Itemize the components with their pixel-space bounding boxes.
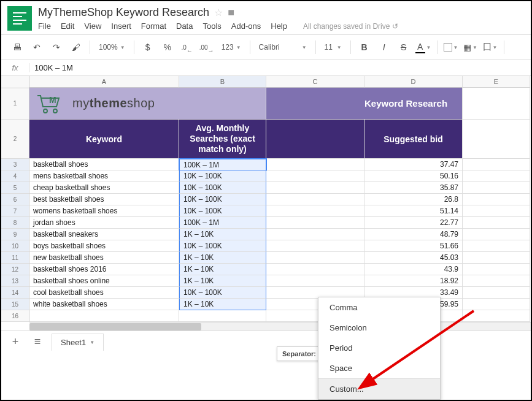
brand-cell[interactable]: M mythemeshop — [29, 88, 179, 120]
row-header[interactable]: 4 — [1, 170, 29, 182]
empty-cell[interactable] — [463, 182, 530, 194]
currency-icon[interactable]: $ — [139, 39, 156, 56]
empty-cell[interactable] — [266, 194, 364, 205]
row-header[interactable]: 15 — [1, 299, 29, 310]
empty-cell[interactable] — [463, 194, 530, 205]
cell-bid[interactable]: 37.47 — [364, 159, 463, 170]
italic-icon[interactable]: I — [376, 39, 393, 56]
empty-cell[interactable] — [463, 310, 530, 322]
cell-bid[interactable]: 48.79 — [364, 229, 463, 240]
strikethrough-icon[interactable]: S — [395, 39, 412, 56]
row-header[interactable]: 2 — [1, 120, 29, 159]
empty-cell[interactable] — [463, 170, 530, 182]
header-keyword[interactable]: Keyword — [29, 120, 179, 159]
cell-searches[interactable]: 100K – 1M — [179, 217, 266, 229]
empty-cell[interactable] — [463, 252, 530, 264]
row-header[interactable]: 10 — [1, 240, 29, 252]
col-header-a[interactable]: A — [29, 76, 179, 88]
empty-cell[interactable] — [463, 264, 530, 275]
row-header[interactable]: 8 — [1, 217, 29, 229]
empty-cell[interactable] — [463, 88, 530, 120]
menu-insert[interactable]: Insert — [111, 21, 131, 31]
cell-bid[interactable]: 51.14 — [364, 205, 463, 217]
decrease-decimal-icon[interactable]: .0← — [179, 39, 196, 56]
row-header[interactable]: 16 — [1, 310, 29, 322]
cell-keyword[interactable]: boys basketball shoes — [29, 240, 179, 252]
empty-cell[interactable] — [266, 264, 364, 275]
cell-bid[interactable]: 18.92 — [364, 275, 463, 287]
cell-keyword[interactable]: womens basketball shoes — [29, 205, 179, 217]
cell-searches[interactable]: 1K – 10K — [179, 299, 266, 310]
cell-bid[interactable]: 26.8 — [364, 194, 463, 205]
cell-keyword[interactable]: mens basketball shoes — [29, 170, 179, 182]
cell-searches[interactable]: 1K – 10K — [179, 229, 266, 240]
research-header[interactable]: Keyword Research — [364, 88, 463, 120]
row-header[interactable]: 11 — [1, 252, 29, 264]
cell-keyword[interactable]: cool basketball shoes — [29, 287, 179, 299]
row-header[interactable]: 14 — [1, 287, 29, 299]
cell-keyword[interactable]: basketball shoes — [29, 159, 179, 170]
menu-edit[interactable]: Edit — [61, 21, 74, 31]
empty-cell[interactable] — [266, 229, 364, 240]
empty-cell[interactable] — [266, 205, 364, 217]
empty-cell[interactable] — [29, 310, 179, 322]
col-header-b[interactable]: B — [179, 76, 266, 88]
col-header-c[interactable]: C — [266, 76, 364, 88]
empty-cell[interactable] — [266, 170, 364, 182]
cell-searches[interactable]: 1K – 10K — [179, 264, 266, 275]
research-header[interactable] — [266, 88, 364, 120]
menu-format[interactable]: Format — [141, 21, 166, 31]
empty-cell[interactable] — [463, 229, 530, 240]
folder-icon[interactable]: ■ — [228, 6, 234, 19]
row-header[interactable]: 1 — [1, 88, 29, 120]
cell-searches[interactable]: 10K – 100K — [179, 182, 266, 194]
redo-icon[interactable]: ↷ — [48, 39, 65, 56]
empty-cell[interactable] — [266, 252, 364, 264]
row-header[interactable]: 5 — [1, 182, 29, 194]
menu-data[interactable]: Data — [176, 21, 193, 31]
menu-file[interactable]: File — [38, 21, 51, 31]
horizontal-scrollbar[interactable] — [29, 322, 531, 330]
empty-cell[interactable] — [463, 299, 530, 310]
all-sheets-icon[interactable]: ≡ — [29, 334, 45, 350]
increase-decimal-icon[interactable]: .00→ — [198, 39, 215, 56]
formula-input[interactable]: 100K – 1M — [29, 63, 73, 72]
cell-searches[interactable]: 10K – 100K — [179, 205, 266, 217]
popup-item-custom[interactable]: Custom... — [318, 379, 440, 399]
row-header[interactable]: 3 — [1, 159, 29, 170]
cell-keyword[interactable]: new basketball shoes — [29, 252, 179, 264]
empty-cell[interactable] — [463, 240, 530, 252]
empty-cell[interactable] — [266, 240, 364, 252]
row-header[interactable]: 6 — [1, 194, 29, 205]
cell-bid[interactable]: 51.66 — [364, 240, 463, 252]
cell-searches[interactable]: 100K – 1M — [179, 159, 266, 170]
zoom-select[interactable]: 100%▼ — [95, 43, 129, 52]
cell-keyword[interactable]: jordan shoes — [29, 217, 179, 229]
popup-item-comma[interactable]: Comma — [318, 297, 440, 318]
select-all-corner[interactable] — [1, 76, 29, 88]
cell-searches[interactable]: 10K – 100K — [179, 240, 266, 252]
cell-keyword[interactable]: white basketball shoes — [29, 299, 179, 310]
empty-cell[interactable] — [266, 217, 364, 229]
bold-icon[interactable]: B — [356, 39, 373, 56]
percent-icon[interactable]: % — [159, 39, 176, 56]
undo-icon[interactable]: ↶ — [28, 39, 45, 56]
cell-keyword[interactable]: cheap basketball shoes — [29, 182, 179, 194]
menu-view[interactable]: View — [84, 21, 101, 31]
fill-color-icon[interactable]: ▼ — [442, 39, 460, 56]
empty-cell[interactable] — [463, 205, 530, 217]
row-header[interactable]: 13 — [1, 275, 29, 287]
popup-item-space[interactable]: Space — [318, 358, 440, 378]
empty-cell[interactable] — [463, 275, 530, 287]
empty-cell[interactable] — [463, 120, 530, 159]
cell-bid[interactable]: 45.03 — [364, 252, 463, 264]
borders-icon[interactable]: ▦▼ — [462, 39, 479, 56]
header-empty[interactable] — [266, 120, 364, 159]
print-icon[interactable]: 🖶 — [9, 39, 26, 56]
row-header[interactable]: 7 — [1, 205, 29, 217]
menu-addons[interactable]: Add-ons — [231, 21, 261, 31]
popup-item-semicolon[interactable]: Semicolon — [318, 318, 440, 338]
font-select[interactable]: Calibri▼ — [255, 43, 310, 52]
brand-cell-b[interactable] — [179, 88, 266, 120]
cell-searches[interactable]: 1K – 10K — [179, 252, 266, 264]
